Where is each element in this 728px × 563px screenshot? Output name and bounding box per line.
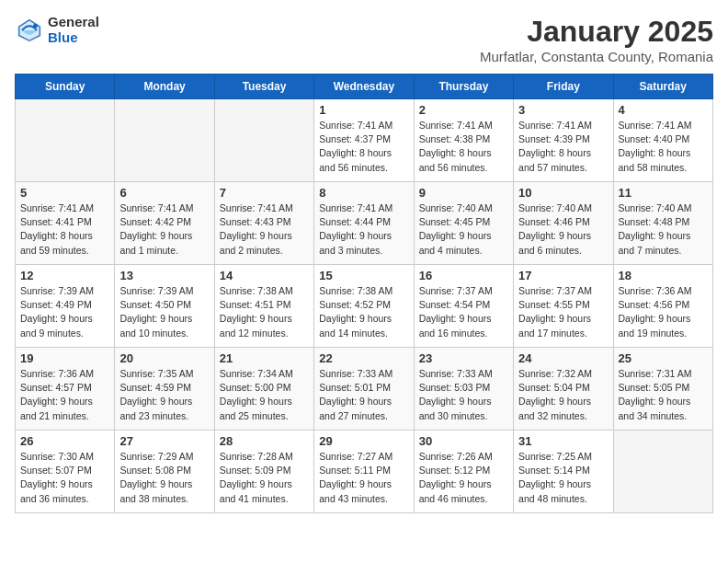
day-info: Sunrise: 7:29 AM Sunset: 5:08 PM Dayligh…	[119, 450, 209, 506]
day-number: 17	[518, 269, 608, 282]
day-info: Sunrise: 7:38 AM Sunset: 4:51 PM Dayligh…	[220, 284, 309, 340]
calendar-cell	[16, 99, 115, 182]
calendar-cell: 28Sunrise: 7:28 AM Sunset: 5:09 PM Dayli…	[214, 431, 313, 513]
calendar-cell: 30Sunrise: 7:26 AM Sunset: 5:12 PM Dayli…	[414, 431, 513, 513]
week-row-5: 26Sunrise: 7:30 AM Sunset: 5:07 PM Dayli…	[16, 431, 713, 513]
week-row-4: 19Sunrise: 7:36 AM Sunset: 4:57 PM Dayli…	[16, 348, 713, 431]
day-number: 26	[20, 434, 109, 448]
day-info: Sunrise: 7:40 AM Sunset: 4:45 PM Dayligh…	[419, 201, 508, 258]
day-info: Sunrise: 7:41 AM Sunset: 4:41 PM Dayligh…	[20, 201, 109, 258]
day-number: 23	[419, 351, 508, 365]
day-info: Sunrise: 7:33 AM Sunset: 5:01 PM Dayligh…	[319, 367, 408, 423]
day-header-wednesday: Wednesday	[314, 75, 414, 99]
page-header: General Blue January 2025 Murfatlar, Con…	[15, 15, 713, 64]
logo-icon	[15, 16, 44, 45]
day-info: Sunrise: 7:28 AM Sunset: 5:09 PM Dayligh…	[220, 450, 309, 506]
day-header-monday: Monday	[115, 75, 214, 99]
week-row-3: 12Sunrise: 7:39 AM Sunset: 4:49 PM Dayli…	[16, 265, 713, 348]
day-number: 4	[619, 103, 708, 117]
day-info: Sunrise: 7:39 AM Sunset: 4:50 PM Dayligh…	[119, 284, 209, 340]
logo-text: General Blue	[48, 15, 99, 45]
day-number: 22	[319, 351, 408, 365]
month-title: January 2025	[480, 15, 713, 49]
day-number: 27	[119, 434, 209, 448]
calendar-cell: 7Sunrise: 7:41 AM Sunset: 4:43 PM Daylig…	[214, 182, 313, 265]
calendar-cell: 4Sunrise: 7:41 AM Sunset: 4:40 PM Daylig…	[613, 99, 712, 182]
day-info: Sunrise: 7:30 AM Sunset: 5:07 PM Dayligh…	[20, 450, 109, 506]
day-info: Sunrise: 7:40 AM Sunset: 4:46 PM Dayligh…	[518, 201, 608, 258]
location: Murfatlar, Constanta County, Romania	[480, 49, 713, 64]
day-header-sunday: Sunday	[16, 75, 115, 99]
day-info: Sunrise: 7:35 AM Sunset: 4:59 PM Dayligh…	[119, 367, 209, 423]
day-number: 6	[119, 186, 209, 200]
calendar-cell: 9Sunrise: 7:40 AM Sunset: 4:45 PM Daylig…	[414, 182, 513, 265]
day-number: 5	[20, 186, 109, 200]
day-number: 21	[220, 351, 309, 365]
day-info: Sunrise: 7:41 AM Sunset: 4:37 PM Dayligh…	[319, 119, 408, 175]
calendar-cell: 8Sunrise: 7:41 AM Sunset: 4:44 PM Daylig…	[314, 182, 414, 265]
calendar-cell: 13Sunrise: 7:39 AM Sunset: 4:50 PM Dayli…	[115, 265, 214, 348]
calendar-cell: 16Sunrise: 7:37 AM Sunset: 4:54 PM Dayli…	[414, 265, 513, 348]
day-info: Sunrise: 7:37 AM Sunset: 4:54 PM Dayligh…	[419, 284, 508, 340]
day-header-friday: Friday	[514, 75, 613, 99]
calendar-cell: 10Sunrise: 7:40 AM Sunset: 4:46 PM Dayli…	[514, 182, 613, 265]
calendar-cell	[214, 99, 313, 182]
calendar-cell: 29Sunrise: 7:27 AM Sunset: 5:11 PM Dayli…	[314, 431, 414, 513]
day-info: Sunrise: 7:36 AM Sunset: 4:57 PM Dayligh…	[20, 367, 109, 423]
day-number: 20	[119, 351, 209, 365]
day-number: 25	[619, 351, 708, 365]
week-row-1: 1Sunrise: 7:41 AM Sunset: 4:37 PM Daylig…	[16, 99, 713, 182]
day-number: 31	[518, 434, 608, 448]
day-info: Sunrise: 7:27 AM Sunset: 5:11 PM Dayligh…	[319, 450, 408, 506]
day-info: Sunrise: 7:34 AM Sunset: 5:00 PM Dayligh…	[220, 367, 309, 423]
day-number: 19	[20, 351, 109, 365]
day-info: Sunrise: 7:41 AM Sunset: 4:39 PM Dayligh…	[518, 119, 608, 175]
calendar-cell	[613, 431, 712, 513]
calendar-cell: 12Sunrise: 7:39 AM Sunset: 4:49 PM Dayli…	[16, 265, 115, 348]
calendar-cell: 1Sunrise: 7:41 AM Sunset: 4:37 PM Daylig…	[314, 99, 414, 182]
calendar-cell: 23Sunrise: 7:33 AM Sunset: 5:03 PM Dayli…	[414, 348, 513, 431]
calendar-cell: 26Sunrise: 7:30 AM Sunset: 5:07 PM Dayli…	[16, 431, 115, 513]
day-info: Sunrise: 7:40 AM Sunset: 4:48 PM Dayligh…	[619, 201, 708, 258]
day-info: Sunrise: 7:41 AM Sunset: 4:42 PM Dayligh…	[119, 201, 209, 258]
day-header-tuesday: Tuesday	[214, 75, 313, 99]
day-number: 2	[419, 103, 508, 117]
logo-general: General	[48, 15, 99, 30]
day-number: 12	[20, 269, 109, 282]
calendar-cell: 19Sunrise: 7:36 AM Sunset: 4:57 PM Dayli…	[16, 348, 115, 431]
day-number: 1	[319, 103, 408, 117]
calendar-cell: 24Sunrise: 7:32 AM Sunset: 5:04 PM Dayli…	[514, 348, 613, 431]
calendar-cell: 17Sunrise: 7:37 AM Sunset: 4:55 PM Dayli…	[514, 265, 613, 348]
day-info: Sunrise: 7:31 AM Sunset: 5:05 PM Dayligh…	[619, 367, 708, 423]
days-header-row: SundayMondayTuesdayWednesdayThursdayFrid…	[16, 75, 713, 99]
logo: General Blue	[15, 15, 99, 45]
day-info: Sunrise: 7:36 AM Sunset: 4:56 PM Dayligh…	[619, 284, 708, 340]
day-number: 28	[220, 434, 309, 448]
day-header-saturday: Saturday	[613, 75, 712, 99]
calendar-table: SundayMondayTuesdayWednesdayThursdayFrid…	[15, 74, 713, 513]
calendar-cell: 27Sunrise: 7:29 AM Sunset: 5:08 PM Dayli…	[115, 431, 214, 513]
week-row-2: 5Sunrise: 7:41 AM Sunset: 4:41 PM Daylig…	[16, 182, 713, 265]
day-info: Sunrise: 7:41 AM Sunset: 4:38 PM Dayligh…	[419, 119, 508, 175]
day-number: 16	[419, 269, 508, 282]
calendar-cell: 14Sunrise: 7:38 AM Sunset: 4:51 PM Dayli…	[214, 265, 313, 348]
calendar-cell: 11Sunrise: 7:40 AM Sunset: 4:48 PM Dayli…	[613, 182, 712, 265]
logo-blue: Blue	[48, 30, 99, 46]
day-info: Sunrise: 7:39 AM Sunset: 4:49 PM Dayligh…	[20, 284, 109, 340]
calendar-cell: 25Sunrise: 7:31 AM Sunset: 5:05 PM Dayli…	[613, 348, 712, 431]
calendar-cell: 3Sunrise: 7:41 AM Sunset: 4:39 PM Daylig…	[514, 99, 613, 182]
day-header-thursday: Thursday	[414, 75, 513, 99]
day-info: Sunrise: 7:41 AM Sunset: 4:44 PM Dayligh…	[319, 201, 408, 258]
svg-point-2	[33, 23, 38, 28]
calendar-cell	[115, 99, 214, 182]
day-number: 8	[319, 186, 408, 200]
title-block: January 2025 Murfatlar, Constanta County…	[480, 15, 713, 64]
day-number: 29	[319, 434, 408, 448]
calendar-cell: 31Sunrise: 7:25 AM Sunset: 5:14 PM Dayli…	[514, 431, 613, 513]
calendar-cell: 20Sunrise: 7:35 AM Sunset: 4:59 PM Dayli…	[115, 348, 214, 431]
day-info: Sunrise: 7:41 AM Sunset: 4:40 PM Dayligh…	[619, 119, 708, 175]
day-number: 15	[319, 269, 408, 282]
day-number: 10	[518, 186, 608, 200]
day-number: 7	[220, 186, 309, 200]
day-number: 30	[419, 434, 508, 448]
